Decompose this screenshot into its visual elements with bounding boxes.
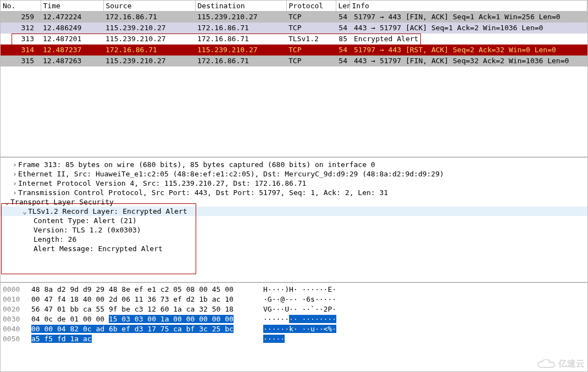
hex-ascii[interactable]: VG···U·· ··`··2P· xyxy=(247,305,336,313)
cell-length: 85 xyxy=(336,34,350,45)
cloud-icon xyxy=(537,359,556,369)
cell-info: Encrypted Alert xyxy=(350,34,587,45)
cell-length: 54 xyxy=(336,55,350,66)
cell-length: 54 xyxy=(336,45,350,55)
tree-frame-text: Frame 313: 85 bytes on wire (680 bits), … xyxy=(18,160,375,169)
cell-length: 54 xyxy=(336,12,350,23)
table-row[interactable]: 25912.472224172.16.86.71115.239.210.27TC… xyxy=(1,12,587,23)
packet-details-pane[interactable]: ›Frame 313: 85 bytes on wire (680 bits),… xyxy=(0,157,588,282)
tree-tls-length-text: Length: 26 xyxy=(34,235,76,243)
tree-tls-alert[interactable]: Alert Message: Encrypted Alert xyxy=(1,244,587,253)
tree-tls-ctype[interactable]: Content Type: Alert (21) xyxy=(1,216,587,225)
expand-icon[interactable]: › xyxy=(12,170,18,178)
col-header-destination[interactable]: Destination xyxy=(195,1,286,12)
hex-ascii[interactable]: ········ ········ xyxy=(247,315,336,323)
col-header-no[interactable]: No. xyxy=(1,1,41,12)
packet-table[interactable]: No. Time Source Destination Protocol Len… xyxy=(1,1,587,66)
hex-bytes[interactable]: 48 8a d2 9d d9 29 48 8e ef e1 c2 05 08 0… xyxy=(31,285,247,293)
cell-protocol: TCP xyxy=(286,12,336,23)
tree-eth[interactable]: ›Ethernet II, Src: HuaweiTe_e1:c2:05 (48… xyxy=(1,169,587,179)
tree-eth-text: Ethernet II, Src: HuaweiTe_e1:c2:05 (48:… xyxy=(18,170,444,178)
cell-no: 312 xyxy=(1,23,41,34)
packet-bytes-pane[interactable]: 000048 8a d2 9d d9 29 48 8e ef e1 c2 05 … xyxy=(0,282,588,372)
hex-row[interactable]: 0050a5 f5 fd 1a ac····· xyxy=(3,334,585,343)
tree-tls-text: Transport Layer Security xyxy=(10,198,114,206)
watermark: 亿速云 xyxy=(537,358,585,370)
cell-protocol: TCP xyxy=(286,23,336,34)
cell-destination: 172.16.86.71 xyxy=(195,55,286,66)
tree-ip[interactable]: ›Internet Protocol Version 4, Src: 115.2… xyxy=(1,179,587,188)
watermark-text: 亿速云 xyxy=(558,358,585,370)
hex-row[interactable]: 002056 47 01 bb ca 55 9f be c3 12 60 1a … xyxy=(3,304,585,314)
tree-tls-record-text: TLSv1.2 Record Layer: Encrypted Alert xyxy=(28,207,187,215)
cell-no: 259 xyxy=(1,12,41,23)
cell-no: 313 xyxy=(1,34,41,45)
cell-info: 443 → 51797 [ACK] Seq=1 Ack=2 Win=1036 L… xyxy=(350,23,587,34)
hex-ascii[interactable]: ······k· ··u··<%· xyxy=(247,325,336,333)
expand-icon[interactable]: › xyxy=(12,188,18,197)
tree-tls-version[interactable]: Version: TLS 1.2 (0x0303) xyxy=(1,225,587,235)
hex-offset: 0040 xyxy=(3,325,31,333)
cell-info: 443 → 51797 [FIN, ACK] Seq=32 Ack=2 Win=… xyxy=(350,55,587,66)
expand-icon[interactable]: › xyxy=(12,179,18,187)
cell-time: 12.487201 xyxy=(41,34,103,45)
hex-row[interactable]: 003004 0c de 01 00 00 15 03 03 00 1a 00 … xyxy=(3,314,585,324)
hex-row[interactable]: 000048 8a d2 9d d9 29 48 8e ef e1 c2 05 … xyxy=(3,284,585,294)
hex-bytes[interactable]: 04 0c de 01 00 00 15 03 03 00 1a 00 00 0… xyxy=(31,315,247,323)
hex-bytes[interactable]: 56 47 01 bb ca 55 9f be c3 12 60 1a ca 3… xyxy=(31,305,247,313)
cell-source: 172.16.86.71 xyxy=(103,45,195,55)
cell-info: 51797 → 443 [RST, ACK] Seq=2 Ack=32 Win=… xyxy=(350,45,587,55)
col-header-protocol[interactable]: Protocol xyxy=(286,1,336,12)
cell-source: 115.239.210.27 xyxy=(103,55,195,66)
cell-protocol: TCP xyxy=(286,45,336,55)
table-row[interactable]: 31512.487263115.239.210.27172.16.86.71TC… xyxy=(1,55,587,66)
col-header-info[interactable]: Info xyxy=(350,1,587,12)
cell-source: 115.239.210.27 xyxy=(103,34,195,45)
tree-tls-version-text: Version: TLS 1.2 (0x0303) xyxy=(34,226,141,234)
tree-tcp-text: Transmission Control Protocol, Src Port:… xyxy=(18,188,388,197)
cell-destination: 115.239.210.27 xyxy=(195,12,286,23)
cell-time: 12.486249 xyxy=(41,23,103,34)
tree-tls-ctype-text: Content Type: Alert (21) xyxy=(34,216,137,225)
cell-destination: 172.16.86.71 xyxy=(195,23,286,34)
tree-tls[interactable]: ⌄Transport Layer Security xyxy=(1,197,587,207)
cell-protocol: TCP xyxy=(286,55,336,66)
packet-table-header[interactable]: No. Time Source Destination Protocol Len… xyxy=(1,1,587,12)
cell-source: 172.16.86.71 xyxy=(103,12,195,23)
cell-destination: 172.16.86.71 xyxy=(195,34,286,45)
tree-frame[interactable]: ›Frame 313: 85 bytes on wire (680 bits),… xyxy=(1,160,587,169)
table-row[interactable]: 31412.487237172.16.86.71115.239.210.27TC… xyxy=(1,45,587,55)
collapse-icon[interactable]: ⌄ xyxy=(21,207,28,215)
hex-row[interactable]: 001000 47 f4 18 40 00 2d 06 11 36 73 ef … xyxy=(3,294,585,304)
cell-protocol: TLSv1.2 xyxy=(286,34,336,45)
cell-info: 51797 → 443 [FIN, ACK] Seq=1 Ack=1 Win=2… xyxy=(350,12,587,23)
tree-tls-length[interactable]: Length: 26 xyxy=(1,235,587,244)
cell-time: 12.487263 xyxy=(41,55,103,66)
cell-destination: 115.239.210.27 xyxy=(195,45,286,55)
tree-tcp[interactable]: ›Transmission Control Protocol, Src Port… xyxy=(1,188,587,197)
tree-tls-alert-text: Alert Message: Encrypted Alert xyxy=(34,245,163,253)
col-header-time[interactable]: Time xyxy=(41,1,103,12)
cell-time: 12.472224 xyxy=(41,12,103,23)
hex-ascii[interactable]: ····· xyxy=(247,335,285,343)
col-header-length[interactable]: Length xyxy=(336,1,350,12)
hex-bytes[interactable]: 00 00 04 82 0c ad 6b ef d3 17 75 ca bf 3… xyxy=(31,325,247,333)
cell-no: 314 xyxy=(1,45,41,55)
cell-source: 115.239.210.27 xyxy=(103,23,195,34)
hex-bytes[interactable]: a5 f5 fd 1a ac xyxy=(31,335,247,343)
hex-row[interactable]: 004000 00 04 82 0c ad 6b ef d3 17 75 ca … xyxy=(3,324,585,334)
hex-ascii[interactable]: H····)H· ······E· xyxy=(247,285,336,293)
hex-offset: 0000 xyxy=(3,285,31,293)
packet-list-pane[interactable]: No. Time Source Destination Protocol Len… xyxy=(0,0,588,157)
hex-offset: 0030 xyxy=(3,315,31,323)
hex-bytes[interactable]: 00 47 f4 18 40 00 2d 06 11 36 73 ef d2 1… xyxy=(31,295,247,303)
tree-tls-record[interactable]: ⌄TLSv1.2 Record Layer: Encrypted Alert xyxy=(1,207,587,216)
collapse-icon[interactable]: ⌄ xyxy=(4,198,10,206)
hex-ascii[interactable]: ·G··@·-· ·6s····· xyxy=(247,295,336,303)
col-header-source[interactable]: Source xyxy=(103,1,195,12)
expand-icon[interactable]: › xyxy=(12,160,18,169)
table-row[interactable]: 31312.487201115.239.210.27172.16.86.71TL… xyxy=(1,34,587,45)
table-row[interactable]: 31212.486249115.239.210.27172.16.86.71TC… xyxy=(1,23,587,34)
cell-time: 12.487237 xyxy=(41,45,103,55)
tree-ip-text: Internet Protocol Version 4, Src: 115.23… xyxy=(18,179,306,187)
